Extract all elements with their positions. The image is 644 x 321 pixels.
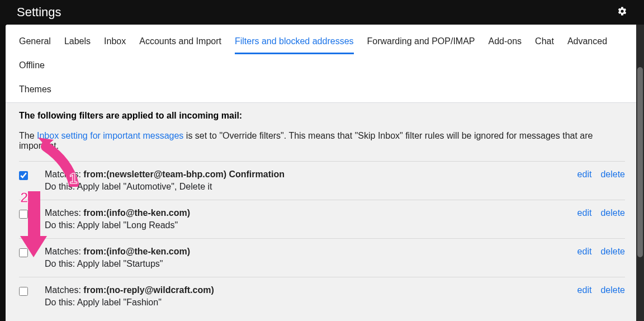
edit-link[interactable]: edit [577, 247, 592, 257]
filter-row: Matches: from:(info@the-ken.com)Do this:… [19, 200, 625, 238]
filter-body: Matches: from:(info@the-ken.com)Do this:… [45, 208, 577, 230]
matches-prefix: Matches: [45, 285, 83, 295]
settings-panel: GeneralLabelsInboxAccounts and ImportFil… [6, 25, 638, 321]
tab-general[interactable]: General [19, 30, 51, 54]
page-title: Settings [17, 5, 61, 20]
inbox-setting-link[interactable]: Inbox setting for important messages [37, 131, 183, 140]
tab-labels[interactable]: Labels [64, 30, 91, 54]
matches-prefix: Matches: [45, 247, 83, 256]
delete-link[interactable]: delete [600, 285, 625, 295]
filter-row: Matches: from:(info@the-ken.com)Do this:… [19, 238, 625, 277]
annotation-number-2: 2 [20, 189, 28, 206]
tab-chat[interactable]: Chat [535, 30, 554, 54]
matches-value: from:(newsletter@team-bhp.com) Confirmat… [83, 169, 285, 179]
edit-link[interactable]: edit [577, 285, 592, 295]
filter-checkbox[interactable] [19, 210, 28, 219]
scrollbar[interactable] [636, 25, 644, 321]
matches-value: from:(no-reply@wildcraft.com) [83, 285, 214, 295]
filter-body: Matches: from:(info@the-ken.com)Do this:… [45, 247, 577, 269]
filter-body: Matches: from:(no-reply@wildcraft.com)Do… [45, 285, 577, 308]
filter-actions: editdelete [577, 247, 625, 257]
do-this-line: Do this: Apply label "Long Reads" [45, 220, 577, 230]
filters-list: Matches: from:(newsletter@team-bhp.com) … [19, 161, 625, 315]
filter-actions: editdelete [577, 169, 625, 180]
tab-forwarding-and-pop-imap[interactable]: Forwarding and POP/IMAP [367, 30, 475, 54]
matches-prefix: Matches: [45, 169, 83, 179]
filters-content: The following filters are applied to all… [6, 103, 638, 321]
tab-inbox[interactable]: Inbox [104, 30, 126, 54]
delete-link[interactable]: delete [600, 247, 625, 257]
matches-prefix: Matches: [45, 208, 83, 218]
matches-value: from:(info@the-ken.com) [83, 247, 190, 256]
delete-link[interactable]: delete [600, 208, 625, 218]
tab-accounts-and-import[interactable]: Accounts and Import [139, 30, 221, 54]
filters-intro-heading: The following filters are applied to all… [19, 111, 625, 121]
settings-tabs: GeneralLabelsInboxAccounts and ImportFil… [6, 25, 638, 103]
tab-add-ons[interactable]: Add-ons [489, 30, 522, 54]
matches-value: from:(info@the-ken.com) [83, 208, 190, 218]
inbox-setting-prefix: The [19, 131, 37, 140]
do-this-line: Do this: Apply label "Fashion" [45, 298, 577, 308]
filter-checkbox[interactable] [19, 248, 28, 257]
tab-themes[interactable]: Themes [19, 78, 51, 102]
filter-body: Matches: from:(newsletter@team-bhp.com) … [45, 169, 577, 192]
scrollbar-thumb[interactable] [637, 67, 643, 257]
gear-icon[interactable] [617, 6, 627, 19]
settings-header: Settings [0, 0, 644, 25]
edit-link[interactable]: edit [577, 169, 592, 180]
do-this-line: Do this: Apply label "Startups" [45, 259, 577, 269]
filter-row: Matches: from:(no-reply@wildcraft.com)Do… [19, 277, 625, 315]
tab-filters-and-blocked-addresses[interactable]: Filters and blocked addresses [235, 30, 354, 54]
filter-checkbox[interactable] [19, 287, 28, 296]
annotation-number-1: 1 [69, 170, 77, 187]
delete-link[interactable]: delete [600, 169, 625, 180]
filter-row: Matches: from:(newsletter@team-bhp.com) … [19, 161, 625, 200]
tab-advanced[interactable]: Advanced [567, 30, 607, 54]
filter-actions: editdelete [577, 285, 625, 295]
filter-actions: editdelete [577, 208, 625, 218]
filter-checkbox[interactable] [19, 171, 28, 180]
inbox-setting-notice: The Inbox setting for important messages… [19, 131, 625, 151]
tab-offline[interactable]: Offline [19, 54, 45, 78]
do-this-line: Do this: Apply label "Automotive", Delet… [45, 182, 577, 192]
edit-link[interactable]: edit [577, 208, 592, 218]
